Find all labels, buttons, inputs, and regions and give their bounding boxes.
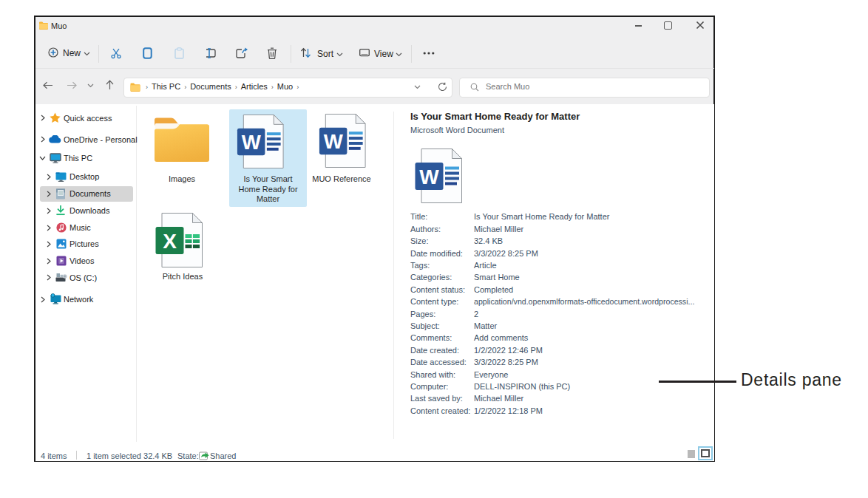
svg-text:W: W	[419, 166, 439, 188]
svg-text:W: W	[242, 131, 262, 154]
svg-text:X: X	[163, 230, 177, 253]
svg-text:W: W	[324, 130, 344, 153]
